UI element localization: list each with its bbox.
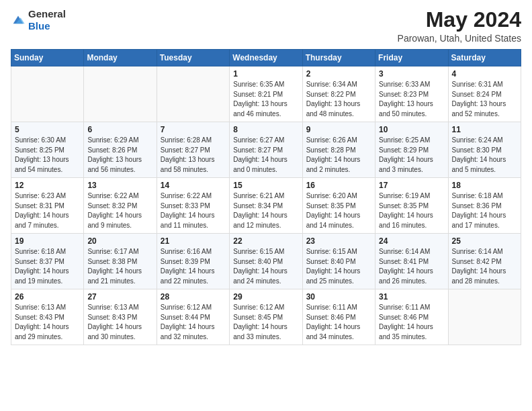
sunrise-time: Sunrise: 6:22 AM — [161, 192, 212, 199]
day-info: Sunrise: 6:33 AMSunset: 8:23 PMDaylight:… — [379, 80, 444, 119]
sunrise-time: Sunrise: 6:21 AM — [233, 192, 284, 199]
day-info: Sunrise: 6:29 AMSunset: 8:26 PMDaylight:… — [87, 136, 152, 175]
sunset-time: Sunset: 8:21 PM — [233, 91, 283, 98]
sunset-time: Sunset: 8:27 PM — [161, 146, 210, 154]
sunrise-time: Sunrise: 6:16 AM — [161, 248, 212, 255]
calendar-day-30: 30Sunrise: 6:11 AMSunset: 8:46 PMDayligh… — [302, 289, 375, 345]
day-number: 8 — [233, 125, 298, 134]
sunrise-time: Sunrise: 6:23 AM — [15, 192, 66, 199]
weekday-header-monday: Monday — [84, 50, 157, 66]
day-number: 30 — [306, 292, 371, 302]
daylight-hours: Daylight: 14 hours and 32 minutes. — [161, 323, 215, 340]
day-info: Sunrise: 6:15 AMSunset: 8:40 PMDaylight:… — [233, 247, 298, 286]
sunset-time: Sunset: 8:40 PM — [233, 258, 283, 265]
day-number: 26 — [15, 292, 80, 302]
day-number: 7 — [161, 125, 226, 134]
weekday-header-thursday: Thursday — [302, 50, 375, 66]
sunset-time: Sunset: 8:37 PM — [15, 258, 64, 265]
day-number: 24 — [379, 236, 444, 246]
calendar-day-5: 5Sunrise: 6:30 AMSunset: 8:25 PMDaylight… — [11, 122, 84, 178]
calendar-day-3: 3Sunrise: 6:33 AMSunset: 8:23 PMDaylight… — [375, 66, 448, 122]
sunset-time: Sunset: 8:28 PM — [306, 146, 356, 154]
daylight-hours: Daylight: 14 hours and 22 minutes. — [161, 267, 215, 285]
daylight-hours: Daylight: 13 hours and 48 minutes. — [306, 100, 361, 118]
sunrise-time: Sunrise: 6:15 AM — [306, 248, 357, 255]
sunset-time: Sunset: 8:25 PM — [15, 146, 64, 154]
sunrise-time: Sunrise: 6:19 AM — [379, 192, 430, 199]
main-title: May 2024 — [398, 8, 521, 32]
sunset-time: Sunset: 8:30 PM — [452, 146, 502, 154]
calendar-day-17: 17Sunrise: 6:19 AMSunset: 8:35 PMDayligh… — [375, 178, 448, 234]
calendar-day-31: 31Sunrise: 6:11 AMSunset: 8:46 PMDayligh… — [375, 289, 448, 345]
sunrise-time: Sunrise: 6:26 AM — [306, 136, 357, 144]
calendar-day-7: 7Sunrise: 6:28 AMSunset: 8:27 PMDaylight… — [157, 122, 229, 178]
sunrise-time: Sunrise: 6:13 AM — [87, 304, 138, 311]
sunset-time: Sunset: 8:46 PM — [379, 314, 429, 321]
day-info: Sunrise: 6:35 AMSunset: 8:21 PMDaylight:… — [233, 80, 298, 119]
sunrise-time: Sunrise: 6:27 AM — [233, 136, 284, 144]
day-number: 18 — [452, 181, 517, 190]
calendar-empty-cell — [84, 66, 157, 122]
sunset-time: Sunset: 8:38 PM — [87, 258, 137, 265]
day-number: 28 — [161, 292, 226, 302]
daylight-hours: Daylight: 14 hours and 14 minutes. — [306, 212, 361, 229]
calendar-day-20: 20Sunrise: 6:17 AMSunset: 8:38 PMDayligh… — [84, 234, 157, 289]
sunset-time: Sunset: 8:31 PM — [15, 202, 64, 210]
daylight-hours: Daylight: 14 hours and 3 minutes. — [379, 156, 433, 173]
calendar-day-26: 26Sunrise: 6:13 AMSunset: 8:43 PMDayligh… — [11, 289, 84, 345]
day-number: 1 — [233, 69, 298, 79]
sunset-time: Sunset: 8:34 PM — [233, 202, 283, 210]
sunset-time: Sunset: 8:44 PM — [161, 314, 210, 321]
day-info: Sunrise: 6:14 AMSunset: 8:41 PMDaylight:… — [379, 247, 444, 286]
daylight-hours: Daylight: 13 hours and 58 minutes. — [161, 156, 215, 173]
calendar-header-row: SundayMondayTuesdayWednesdayThursdayFrid… — [11, 50, 521, 66]
sunrise-time: Sunrise: 6:12 AM — [233, 304, 284, 311]
daylight-hours: Daylight: 13 hours and 56 minutes. — [87, 156, 142, 173]
daylight-hours: Daylight: 14 hours and 7 minutes. — [15, 212, 69, 229]
calendar-day-29: 29Sunrise: 6:12 AMSunset: 8:45 PMDayligh… — [230, 289, 302, 345]
day-info: Sunrise: 6:23 AMSunset: 8:31 PMDaylight:… — [15, 191, 80, 230]
day-info: Sunrise: 6:13 AMSunset: 8:43 PMDaylight:… — [87, 303, 152, 342]
daylight-hours: Daylight: 13 hours and 50 minutes. — [379, 100, 433, 118]
daylight-hours: Daylight: 14 hours and 33 minutes. — [233, 323, 287, 340]
sunrise-time: Sunrise: 6:18 AM — [15, 248, 66, 255]
sunrise-time: Sunrise: 6:33 AM — [379, 81, 430, 88]
day-info: Sunrise: 6:12 AMSunset: 8:45 PMDaylight:… — [233, 303, 298, 342]
day-number: 20 — [87, 236, 152, 246]
sunset-time: Sunset: 8:40 PM — [306, 258, 356, 265]
calendar-day-23: 23Sunrise: 6:15 AMSunset: 8:40 PMDayligh… — [302, 234, 375, 289]
daylight-hours: Daylight: 14 hours and 24 minutes. — [233, 267, 287, 285]
day-info: Sunrise: 6:18 AMSunset: 8:37 PMDaylight:… — [15, 247, 80, 286]
day-info: Sunrise: 6:11 AMSunset: 8:46 PMDaylight:… — [306, 303, 371, 342]
sunrise-time: Sunrise: 6:14 AM — [379, 248, 430, 255]
sunrise-time: Sunrise: 6:14 AM — [452, 248, 503, 255]
daylight-hours: Daylight: 14 hours and 0 minutes. — [233, 156, 287, 173]
sunset-time: Sunset: 8:35 PM — [306, 202, 356, 210]
subtitle: Parowan, Utah, United States — [398, 33, 521, 44]
sunset-time: Sunset: 8:41 PM — [379, 258, 429, 265]
calendar-day-14: 14Sunrise: 6:22 AMSunset: 8:33 PMDayligh… — [157, 178, 229, 234]
day-info: Sunrise: 6:18 AMSunset: 8:36 PMDaylight:… — [452, 191, 517, 230]
day-number: 10 — [379, 125, 444, 134]
calendar-day-18: 18Sunrise: 6:18 AMSunset: 8:36 PMDayligh… — [448, 178, 521, 234]
day-info: Sunrise: 6:24 AMSunset: 8:30 PMDaylight:… — [452, 136, 517, 175]
sunrise-time: Sunrise: 6:31 AM — [452, 81, 503, 88]
day-number: 17 — [379, 181, 444, 190]
daylight-hours: Daylight: 14 hours and 21 minutes. — [87, 267, 142, 285]
sunrise-time: Sunrise: 6:18 AM — [452, 192, 503, 199]
day-info: Sunrise: 6:21 AMSunset: 8:34 PMDaylight:… — [233, 191, 298, 230]
day-info: Sunrise: 6:17 AMSunset: 8:38 PMDaylight:… — [87, 247, 152, 286]
calendar-week-row: 12Sunrise: 6:23 AMSunset: 8:31 PMDayligh… — [11, 178, 521, 234]
daylight-hours: Daylight: 14 hours and 16 minutes. — [379, 212, 433, 229]
sunrise-time: Sunrise: 6:30 AM — [15, 136, 66, 144]
day-info: Sunrise: 6:11 AMSunset: 8:46 PMDaylight:… — [379, 303, 444, 342]
logo-text: General Blue — [28, 8, 66, 32]
calendar-day-4: 4Sunrise: 6:31 AMSunset: 8:24 PMDaylight… — [448, 66, 521, 122]
daylight-hours: Daylight: 14 hours and 5 minutes. — [452, 156, 506, 173]
day-number: 12 — [15, 181, 80, 190]
header: General Blue May 2024 Parowan, Utah, Uni… — [11, 8, 521, 44]
sunrise-time: Sunrise: 6:13 AM — [15, 304, 66, 311]
calendar-day-19: 19Sunrise: 6:18 AMSunset: 8:37 PMDayligh… — [11, 234, 84, 289]
sunrise-time: Sunrise: 6:29 AM — [87, 136, 138, 144]
day-number: 21 — [161, 236, 226, 246]
